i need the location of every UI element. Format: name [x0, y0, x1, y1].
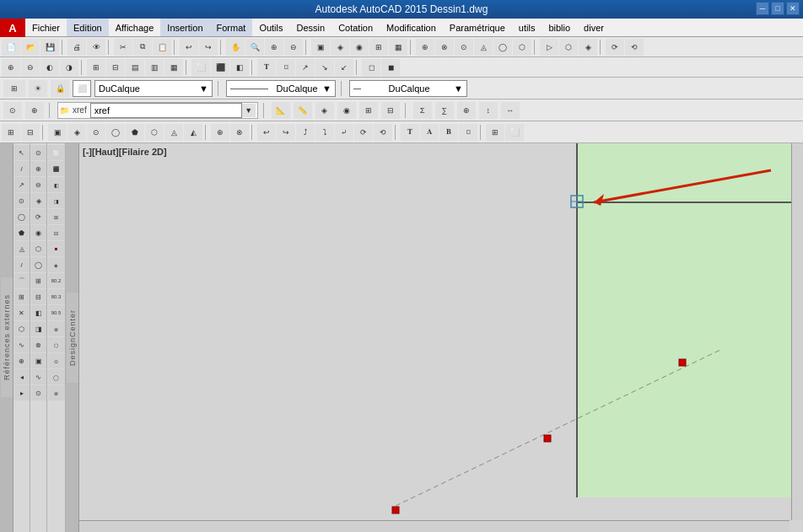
- vt2-b11[interactable]: ◧: [31, 305, 46, 320]
- vt1-b10[interactable]: ⊞: [14, 289, 30, 304]
- tb2-b8[interactable]: ▥: [145, 59, 164, 76]
- vt1-b11[interactable]: ✕: [14, 305, 30, 320]
- tb-cut[interactable]: ✂: [114, 39, 132, 56]
- vt3-b12[interactable]: ⊕: [48, 321, 65, 336]
- tb-paste[interactable]: 📋: [153, 39, 171, 56]
- tb-b4[interactable]: ⊞: [369, 39, 388, 56]
- pt-b11[interactable]: ⊕: [211, 124, 229, 141]
- pt-b13[interactable]: ↩: [257, 124, 276, 141]
- tb-b9[interactable]: ◬: [474, 39, 493, 56]
- tb-b8[interactable]: ⊙: [455, 39, 473, 56]
- tb2-b7[interactable]: ▤: [126, 59, 144, 76]
- cmd-tb-b10[interactable]: ∑: [435, 102, 454, 119]
- cmd-tb-b9[interactable]: Σ: [413, 102, 432, 119]
- tb-zoom3[interactable]: ⊖: [284, 39, 303, 56]
- pt-b6[interactable]: ◯: [106, 124, 125, 141]
- cmd-tb-b6[interactable]: ◉: [337, 102, 356, 119]
- vt1-b14[interactable]: ⊕: [14, 353, 30, 368]
- cmd-tb-b3[interactable]: 📐: [272, 102, 290, 119]
- tb-b11[interactable]: ⬡: [513, 39, 531, 56]
- menu-edition[interactable]: Edition: [67, 19, 109, 36]
- pt-b15[interactable]: ⤴: [296, 124, 315, 141]
- vt1-b1[interactable]: ↖: [14, 145, 30, 160]
- designcenter-sidebar[interactable]: DesignCenter: [66, 143, 79, 532]
- tb2-b9[interactable]: ▦: [164, 59, 183, 76]
- vt3-b5[interactable]: ⊞: [48, 209, 65, 224]
- menu-biblio[interactable]: biblio: [542, 19, 577, 36]
- vt1-b8[interactable]: /: [14, 257, 30, 272]
- pt-b10[interactable]: ◭: [184, 124, 202, 141]
- tb-new[interactable]: 📄: [2, 39, 20, 56]
- pt-b24[interactable]: ⊞: [486, 124, 504, 141]
- menu-affichage[interactable]: Affichage: [109, 19, 161, 36]
- tb-b10[interactable]: ◯: [493, 39, 512, 56]
- cmd-tb-b5[interactable]: ◈: [315, 102, 334, 119]
- vt2-b1[interactable]: ⊙: [31, 145, 46, 160]
- pt-b18[interactable]: ⟳: [354, 124, 373, 141]
- vt3-b2[interactable]: ⬛: [48, 161, 65, 176]
- cmd-tb-b13[interactable]: ↔: [501, 102, 520, 119]
- tb-redo[interactable]: ↪: [199, 39, 218, 56]
- vt2-b15[interactable]: ∿: [31, 369, 46, 384]
- vt3-b9[interactable]: 80.2: [48, 273, 65, 288]
- menu-diver[interactable]: diver: [577, 19, 611, 36]
- pt-b1[interactable]: ⊞: [2, 124, 20, 141]
- pt-b2[interactable]: ⊟: [21, 124, 40, 141]
- vt2-b9[interactable]: ⊞: [31, 273, 46, 288]
- tb-b12[interactable]: ▷: [540, 39, 558, 56]
- autocad-logo[interactable]: A: [0, 19, 25, 37]
- linetype-dropdown[interactable]: ————— DuCalque ▼: [226, 80, 336, 97]
- pt-b23[interactable]: ⌑: [459, 124, 477, 141]
- pt-b7[interactable]: ⬟: [126, 124, 144, 141]
- tb-b15[interactable]: ⟳: [606, 39, 624, 56]
- tb2-b19[interactable]: ◼: [381, 59, 400, 76]
- vt1-b9[interactable]: ⌒: [14, 273, 30, 288]
- layer-dropdown[interactable]: DuCalque ▼: [94, 80, 213, 97]
- vt2-b3[interactable]: ⊖: [31, 177, 46, 192]
- vt3-b3[interactable]: ◧: [48, 177, 65, 192]
- tb-copy[interactable]: ⧉: [133, 39, 152, 56]
- pt-b21[interactable]: 𝐀: [420, 124, 439, 141]
- cmd-tb-b11[interactable]: ⊕: [457, 102, 476, 119]
- tb-preview[interactable]: 👁: [87, 39, 105, 56]
- tb2-b16[interactable]: ↘: [315, 59, 334, 76]
- xref-input[interactable]: [90, 103, 242, 118]
- tb-b3[interactable]: ◉: [350, 39, 369, 56]
- layer-lock-btn[interactable]: 🔒: [51, 80, 69, 97]
- cmd-tb-b4[interactable]: 📏: [294, 102, 312, 119]
- vt2-b4[interactable]: ◈: [31, 193, 46, 208]
- tb2-b13[interactable]: 𝐓: [257, 59, 276, 76]
- tb-b16[interactable]: ⟲: [625, 39, 644, 56]
- tb-zoom[interactable]: 🔍: [245, 39, 264, 56]
- pt-b14[interactable]: ↪: [277, 124, 295, 141]
- tb2-b2[interactable]: ⊖: [21, 59, 40, 76]
- vt3-b6[interactable]: ⊟: [48, 225, 65, 240]
- vt2-b12[interactable]: ◨: [31, 321, 46, 336]
- vt3-b14[interactable]: ⊙: [48, 353, 65, 368]
- menu-dessin[interactable]: Dessin: [290, 19, 332, 36]
- vt2-b14[interactable]: ▣: [31, 353, 46, 368]
- vt1-b15[interactable]: ◂: [14, 369, 30, 384]
- tb-pan[interactable]: ✋: [226, 39, 245, 56]
- pt-b19[interactable]: ⟲: [374, 124, 392, 141]
- pt-b25[interactable]: ⬜: [505, 124, 524, 141]
- menu-insertion[interactable]: Insertion: [160, 19, 209, 36]
- vt3-b10[interactable]: 80.3: [48, 289, 65, 304]
- menu-utils[interactable]: utils: [512, 19, 542, 36]
- vt3-b16[interactable]: ⊗: [48, 385, 65, 400]
- tb-b13[interactable]: ⬡: [559, 39, 578, 56]
- vt1-b5[interactable]: ◯: [14, 209, 30, 224]
- tb-b1[interactable]: ▣: [311, 39, 330, 56]
- vt1-b4[interactable]: ⊙: [14, 193, 30, 208]
- vt2-b6[interactable]: ◉: [31, 225, 46, 240]
- vt3-b11[interactable]: 90.5: [48, 305, 65, 320]
- vt2-b2[interactable]: ⊕: [31, 161, 46, 176]
- vt3-b8[interactable]: ◈: [48, 257, 65, 272]
- vt1-b16[interactable]: ▸: [14, 385, 30, 400]
- pt-b4[interactable]: ◈: [67, 124, 86, 141]
- tb-save[interactable]: 💾: [40, 39, 59, 56]
- horizontal-scrollbar[interactable]: [79, 520, 790, 532]
- cmd-tb-b2[interactable]: ⊕: [25, 102, 44, 119]
- pt-b16[interactable]: ⤵: [315, 124, 334, 141]
- menu-outils[interactable]: Outils: [252, 19, 289, 36]
